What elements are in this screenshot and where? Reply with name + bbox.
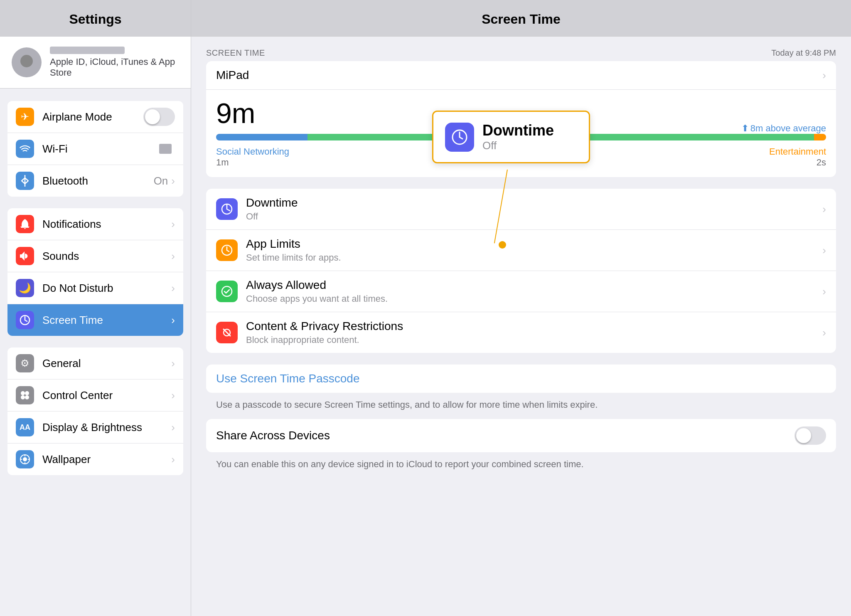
bluetooth-icon [16, 172, 34, 190]
wifi-value-blur [159, 144, 172, 154]
sidebar-item-notifications[interactable]: Notifications › [7, 208, 183, 240]
airplane-toggle[interactable] [143, 108, 175, 126]
notifications-icon [16, 215, 34, 233]
contentprivacy-chevron: › [822, 326, 826, 339]
sidebar-item-general[interactable]: ⚙ General › [7, 347, 183, 379]
airplane-icon: ✈ [16, 108, 34, 126]
sidebar-header: Settings [0, 0, 191, 37]
airplane-label: Airplane Mode [42, 111, 143, 123]
notifications-chevron: › [171, 218, 175, 231]
sidebar-item-controlcenter[interactable]: Control Center › [7, 379, 183, 411]
passcode-card[interactable]: Use Screen Time Passcode [206, 365, 836, 393]
svg-point-6 [23, 457, 27, 461]
donotdisturb-label: Do Not Disturb [42, 282, 171, 295]
usage-bar-entertainment [814, 134, 826, 140]
sidebar-item-wifi[interactable]: Wi-Fi [7, 133, 183, 165]
notifications-label: Notifications [42, 218, 171, 231]
account-row[interactable]: Apple ID, iCloud, iTunes & App Store [0, 37, 191, 89]
feature-applimits[interactable]: App Limits Set time limits for apps. › [206, 230, 836, 271]
popup-icon [445, 123, 474, 152]
general-label: General [42, 357, 171, 370]
screentime-label: Screen Time [42, 314, 171, 327]
contentprivacy-subtitle: Block inappropriate content. [246, 335, 822, 345]
content-area: Screen Time SCREEN TIME Today at 9:48 PM… [191, 0, 851, 616]
popup-subtitle: Off [482, 139, 554, 152]
content-wrapper: SCREEN TIME Today at 9:48 PM MiPad › 9m [191, 37, 851, 616]
feature-card: Downtime Off › App Limits Set time l [206, 189, 836, 353]
alwaysallowed-title: Always Allowed [246, 278, 822, 292]
feature-downtime[interactable]: Downtime Off › [206, 189, 836, 230]
social-label: Social Networking [216, 146, 289, 157]
entertainment-time: 2s [817, 157, 826, 168]
alwaysallowed-chevron: › [822, 285, 826, 298]
screentime-icon [16, 311, 34, 329]
downtime-popup: Downtime Off [432, 111, 590, 163]
share-title: Share Across Devices [216, 429, 330, 442]
section-label-row: SCREEN TIME Today at 9:48 PM [206, 48, 836, 58]
annotation-arrow-dot [499, 241, 506, 249]
sidebar-item-screentime[interactable]: Screen Time › [7, 304, 183, 336]
sidebar-item-donotdisturb[interactable]: 🌙 Do Not Disturb › [7, 272, 183, 304]
wallpaper-label: Wallpaper [42, 453, 171, 466]
svg-point-4 [25, 395, 29, 399]
downtime-icon [216, 198, 238, 220]
sidebar-item-airplane[interactable]: ✈ Airplane Mode [7, 101, 183, 133]
sounds-label: Sounds [42, 250, 171, 263]
applimits-subtitle: Set time limits for apps. [246, 252, 822, 263]
device-section: ⚙ General › Control Center › AA Display … [7, 347, 183, 475]
display-chevron: › [171, 421, 175, 434]
usage-time: 9m [216, 99, 255, 127]
content-body: SCREEN TIME Today at 9:48 PM MiPad › 9m [191, 37, 851, 490]
section-label: SCREEN TIME [206, 48, 265, 58]
feature-contentprivacy[interactable]: Content & Privacy Restrictions Block ina… [206, 312, 836, 353]
up-arrow-icon: ⬆ [741, 123, 749, 134]
bluetooth-chevron: › [171, 175, 175, 187]
controlcenter-icon [16, 386, 34, 404]
bluetooth-value: On [154, 175, 168, 187]
alwaysallowed-icon [216, 281, 238, 302]
sidebar-item-sounds[interactable]: Sounds › [7, 240, 183, 272]
downtime-text: Downtime Off [246, 196, 822, 222]
above-average-text: 8m above average [750, 123, 826, 134]
account-label: Apple ID, iCloud, iTunes & App Store [50, 57, 175, 78]
social-time: 1m [216, 157, 229, 168]
contentprivacy-title: Content & Privacy Restrictions [246, 320, 822, 333]
bluetooth-label: Bluetooth [42, 175, 154, 187]
toggle-knob [145, 109, 160, 124]
passcode-link[interactable]: Use Screen Time Passcode [216, 372, 360, 385]
contentprivacy-icon [216, 322, 238, 343]
mipad-row[interactable]: MiPad › [206, 61, 836, 90]
sidebar-item-bluetooth[interactable]: Bluetooth On › [7, 165, 183, 197]
account-info: Apple ID, iCloud, iTunes & App Store [50, 47, 179, 78]
popup-title: Downtime [482, 122, 554, 139]
contentprivacy-text: Content & Privacy Restrictions Block ina… [246, 320, 822, 345]
timestamp: Today at 9:48 PM [771, 48, 836, 58]
sounds-chevron: › [171, 250, 175, 263]
downtime-title: Downtime [246, 196, 822, 209]
content-header: Screen Time [191, 0, 851, 37]
svg-point-1 [21, 391, 25, 395]
sidebar: Settings Apple ID, iCloud, iTunes & App … [0, 0, 191, 616]
feature-alwaysallowed[interactable]: Always Allowed Choose apps you want at a… [206, 271, 836, 312]
content-title: Screen Time [191, 12, 851, 27]
usage-bar-social [216, 134, 307, 140]
alwaysallowed-subtitle: Choose apps you want at all times. [246, 293, 822, 304]
share-card: Share Across Devices [206, 419, 836, 452]
popup-text: Downtime Off [482, 122, 554, 152]
sidebar-item-display[interactable]: AA Display & Brightness › [7, 411, 183, 444]
share-row: Share Across Devices [206, 419, 836, 452]
share-toggle[interactable] [794, 426, 826, 445]
downtime-subtitle: Off [246, 211, 822, 222]
connectivity-section: ✈ Airplane Mode Wi-Fi Bluetooth On [7, 101, 183, 197]
mipad-chevron: › [822, 69, 826, 82]
applimits-title: App Limits [246, 237, 822, 251]
entertainment-label: Entertainment [769, 146, 826, 157]
display-icon: AA [16, 418, 34, 436]
applimits-icon [216, 239, 238, 261]
settings-section: Notifications › Sounds › 🌙 Do Not Distur… [7, 208, 183, 336]
screentime-chevron: › [171, 314, 175, 327]
applimits-chevron: › [822, 244, 826, 257]
applimits-text: App Limits Set time limits for apps. [246, 237, 822, 263]
sidebar-item-wallpaper[interactable]: Wallpaper › [7, 444, 183, 475]
downtime-chevron: › [822, 203, 826, 216]
